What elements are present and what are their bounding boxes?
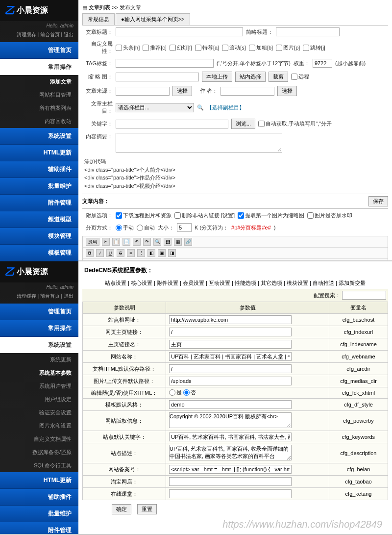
cfg-input[interactable] <box>169 352 292 361</box>
ed-table-icon[interactable]: ▦ <box>174 238 182 246</box>
ed-italic-icon[interactable]: I <box>96 249 104 257</box>
ed-strike-icon[interactable]: S <box>117 249 124 257</box>
btn-upload[interactable]: 本地上传 <box>202 72 232 82</box>
cfg-input[interactable] <box>169 489 292 498</box>
cfg-input[interactable] <box>169 328 292 336</box>
btn-sel-author[interactable]: 选择 <box>277 86 297 96</box>
link-front[interactable]: 前台首页 <box>40 32 60 37</box>
submenu-archives[interactable]: 所有档案列表 <box>0 102 78 115</box>
input-thumb[interactable] <box>116 73 199 81</box>
link-logout[interactable]: 退出 <box>64 32 74 37</box>
menu-home[interactable]: 管理首页 <box>0 42 78 59</box>
attr-j[interactable]: 跳转[j] <box>303 44 325 51</box>
submenu-cols[interactable]: 网站栏目管理 <box>0 88 78 102</box>
sub2-db[interactable]: 数据库备份/还原 <box>0 446 78 459</box>
ed-copy-icon[interactable]: 📋 <box>112 238 120 246</box>
attr-h[interactable]: 头条[h] <box>116 44 140 51</box>
menu2-common[interactable]: 常用操作 <box>0 320 78 337</box>
cfgtab-push[interactable]: 自动推送 <box>313 280 334 286</box>
sub2-group[interactable]: 用户组设定 <box>0 393 78 406</box>
breadcrumb-list[interactable]: 文章列表 <box>89 4 110 10</box>
ed-source[interactable]: 源码 <box>86 238 99 246</box>
cfgtab-attach[interactable]: 附件设置 <box>157 280 178 286</box>
cfgtab-other[interactable]: 其它选项 <box>261 280 282 286</box>
radio-manual[interactable]: 手动 <box>116 224 134 231</box>
menu-module[interactable]: 模块管理 <box>0 228 78 245</box>
btn-sel-source[interactable]: 选择 <box>172 86 192 96</box>
menu2-batch[interactable]: 批量维护 <box>0 506 78 522</box>
input-weight[interactable] <box>313 59 332 68</box>
sel-subcol[interactable]: 【选择副栏目】 <box>207 104 245 111</box>
cfg-input[interactable] <box>169 377 292 385</box>
ed-center-icon[interactable]: ▣ <box>158 249 166 257</box>
textarea-summary[interactable] <box>116 133 282 153</box>
btn-browse-kw[interactable]: 浏览... <box>231 119 255 129</box>
input-title[interactable] <box>116 27 243 36</box>
btn-reset[interactable]: 重置 <box>137 504 157 514</box>
menu-common[interactable]: 常用操作 <box>0 59 78 75</box>
menu2-plugin[interactable]: 辅助插件 <box>0 489 78 506</box>
input-author[interactable] <box>220 87 274 96</box>
select-column[interactable]: 请选择栏目... <box>116 103 194 112</box>
chk-dellnk[interactable]: 删除非站内链接 [设置] <box>174 212 235 219</box>
cfgtab-perf[interactable]: 性能选项 <box>235 280 256 286</box>
submenu-add-article[interactable]: 添加文章 <box>0 75 78 88</box>
ed-cut-icon[interactable]: ✂ <box>102 238 110 246</box>
attr-f[interactable]: 幻灯[f] <box>170 44 192 51</box>
chk-dl[interactable]: 下载远程图片和资源 <box>116 212 172 219</box>
attr-b[interactable]: 加粗[b] <box>249 44 273 51</box>
input-tag[interactable] <box>116 59 214 68</box>
sub2-basic[interactable]: 系统基本参数 <box>0 366 78 380</box>
cfgtab-core[interactable]: 核心设置 <box>131 280 152 286</box>
menu-batch[interactable]: 批量维护 <box>0 178 78 195</box>
cfg-input[interactable] <box>169 364 292 373</box>
cfg-input[interactable]: Copyright © 2002-2020UP百科 版权所有<br> <box>169 412 292 428</box>
input-pgsize[interactable] <box>177 223 192 232</box>
cfgtab-add[interactable]: 添加新变量 <box>339 280 366 286</box>
sub2-sql[interactable]: SQL命令行工具 <box>0 459 78 472</box>
menu2-html[interactable]: HTML更新 <box>0 472 78 489</box>
cfg-input[interactable] <box>169 433 292 441</box>
radio-auto[interactable]: 自动 <box>137 224 155 231</box>
ed-img-icon[interactable]: 🖼 <box>164 238 172 246</box>
submenu-recycle[interactable]: 内容回收站 <box>0 115 78 128</box>
ed-redo-icon[interactable]: ↷ <box>143 238 151 246</box>
tab-basic[interactable]: 常规信息 <box>82 13 115 25</box>
cfg-search-input[interactable] <box>342 291 386 300</box>
btn-ok[interactable]: 确定 <box>112 504 131 514</box>
cfg-radio-yes[interactable]: 是 <box>169 389 182 396</box>
cfg-input[interactable] <box>169 465 292 474</box>
attr-p[interactable]: 图片[p] <box>276 44 300 51</box>
ed-link-icon[interactable]: 🔗 <box>184 238 192 246</box>
menu-plugin[interactable]: 辅助插件 <box>0 161 78 178</box>
menu-html[interactable]: HTML更新 <box>0 145 78 161</box>
sub2-docattr[interactable]: 自定义文档属性 <box>0 433 78 446</box>
menu2-home[interactable]: 管理首页 <box>0 304 78 320</box>
cfg-input[interactable] <box>169 315 292 324</box>
sub2-watermark[interactable]: 图片水印设置 <box>0 419 78 433</box>
ed-right-icon[interactable]: ◨ <box>168 249 176 257</box>
attr-c[interactable]: 推荐[c] <box>143 44 167 51</box>
chk-autokw[interactable]: 自动获取,手动填写用","分开 <box>258 120 332 127</box>
ed-undo-icon[interactable]: ↶ <box>133 238 141 246</box>
cfg-input[interactable] <box>169 400 292 409</box>
input-keywords[interactable] <box>116 120 228 128</box>
menu-template[interactable]: 模板管理 <box>0 245 78 261</box>
cfgtab-inter[interactable]: 互动设置 <box>209 280 230 286</box>
sub2-update[interactable]: 系统更新 <box>0 353 78 366</box>
magnify-icon[interactable]: 🔍 <box>197 104 204 111</box>
ed-left-icon[interactable]: ◧ <box>147 249 155 257</box>
cfg-input[interactable]: UP百科, 艺术家百科书, 画家百科, 收录全面详细的中国书法名家, 画家等各类… <box>169 445 292 460</box>
btn-crop[interactable]: 裁剪 <box>269 72 288 82</box>
ed-underline-icon[interactable]: U <box>106 249 114 257</box>
chk-first[interactable]: 提取第一个图片为缩略图 <box>238 212 304 219</box>
ed-ol-icon[interactable]: ≡ <box>127 249 135 257</box>
menu-attach[interactable]: 附件管理 <box>0 195 78 211</box>
cfgtab-site[interactable]: 站点设置 <box>105 280 126 286</box>
cfg-input[interactable] <box>169 340 292 349</box>
cfg-input[interactable] <box>169 477 292 486</box>
ed-find-icon[interactable]: 🔍 <box>153 238 161 246</box>
link-clearcache[interactable]: 清理缓存 <box>17 32 36 37</box>
cfgtab-member[interactable]: 会员设置 <box>183 280 204 286</box>
btn-save[interactable]: 保存 <box>368 196 388 206</box>
